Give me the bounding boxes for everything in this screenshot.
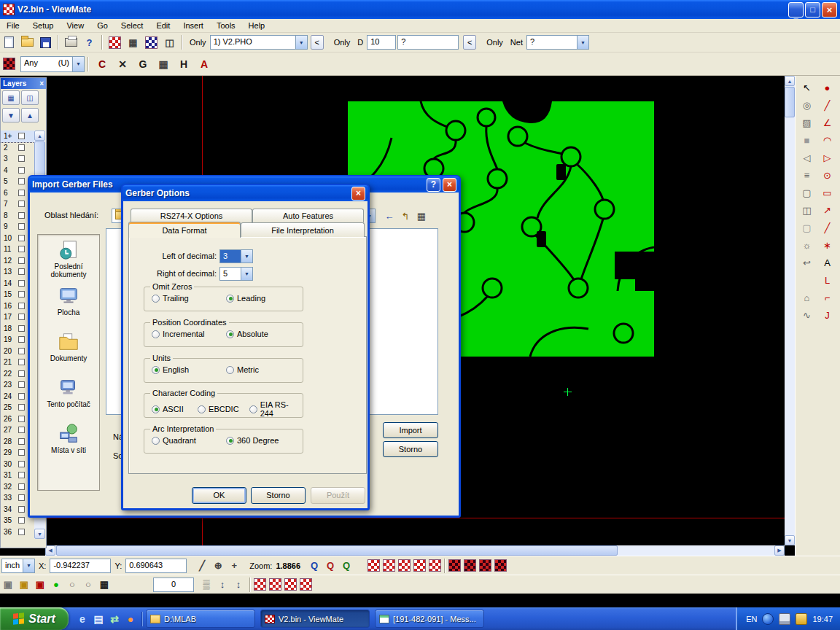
ok-button[interactable]: OK (192, 487, 246, 504)
ready-indicator-icon[interactable]: ● (48, 577, 64, 593)
probe-a-icon[interactable]: ○ (64, 577, 80, 593)
prev-layer-button[interactable]: < (311, 35, 324, 50)
radio-trailing[interactable]: Trailing (152, 294, 216, 303)
layers-scroll-up-button[interactable]: ▲ (34, 131, 45, 141)
layers-close-icon[interactable]: × (39, 79, 44, 88)
j-tool-icon[interactable]: J (817, 306, 837, 324)
layer-color-box[interactable] (18, 133, 25, 139)
browser-icon[interactable]: ● (123, 612, 138, 626)
c-aperture-button[interactable]: C (93, 55, 112, 74)
layer-color-box[interactable] (18, 370, 25, 377)
tab-auto-features[interactable]: Auto Features (252, 209, 364, 222)
radio-ebcdic[interactable]: EBCDIC (198, 405, 239, 413)
minimize-button[interactable]: _ (788, 2, 804, 18)
aperture-pattern-icon[interactable] (383, 559, 395, 572)
aperture-pattern-icon[interactable] (368, 559, 380, 572)
close-icon[interactable]: × (351, 187, 365, 201)
menu-tools[interactable]: Tools (210, 19, 242, 32)
layer-color-box[interactable] (18, 167, 25, 174)
zoom-in-icon[interactable]: Q (306, 558, 322, 574)
menu-setup[interactable]: Setup (26, 19, 61, 32)
tab-data-format[interactable]: Data Format (128, 222, 241, 238)
diagonal-measure-icon[interactable]: ╱ (194, 558, 210, 574)
home-icon[interactable]: ⌂ (797, 289, 817, 306)
layer-color-box[interactable] (18, 529, 25, 535)
circle-icon[interactable]: ⊙ (817, 166, 837, 184)
radio-360-degree[interactable]: 360 Degree (226, 436, 279, 445)
layers-scroll-down-button[interactable]: ▼ (34, 529, 45, 539)
layer-up-icon[interactable]: ▲ (21, 108, 39, 122)
window-titlebar[interactable]: V2.bin - ViewMate _ □ × (0, 0, 840, 19)
place-recent-documents[interactable]: Poslední dokumenty (38, 239, 99, 285)
aperture-pattern-icon[interactable] (1, 55, 18, 72)
layer-color-box[interactable] (18, 314, 25, 320)
filled-pad-icon[interactable]: ■ (797, 131, 817, 149)
mirror-icon[interactable]: ◁ (797, 149, 817, 166)
draw-line-icon[interactable]: ╱ (817, 96, 837, 114)
layer-color-box[interactable] (18, 427, 25, 433)
cancel-button[interactable]: Storno (251, 487, 306, 504)
task-button-d-mlab[interactable]: D:\MLAB (146, 610, 255, 628)
menu-file[interactable]: File (0, 19, 26, 32)
layer-select-combo[interactable]: 1) V2.PHO ▼ (210, 35, 308, 50)
film-box-icon[interactable] (106, 34, 123, 51)
ie-icon[interactable]: e (75, 612, 90, 626)
rectangle-icon[interactable]: ▭ (817, 184, 837, 201)
place-desktop[interactable]: Plocha (38, 285, 99, 331)
open-file-icon[interactable] (19, 34, 36, 51)
layer-color-box[interactable] (18, 246, 25, 252)
import-cancel-button[interactable]: Storno (383, 441, 438, 457)
layer-color-box[interactable] (18, 336, 25, 343)
blank-icon[interactable] (817, 324, 837, 341)
layer-state-icon[interactable]: ▣ (0, 577, 16, 593)
layer-color-box[interactable] (18, 393, 25, 400)
vector-icon[interactable]: ↗ (817, 201, 837, 219)
layer-color-box[interactable] (18, 257, 25, 264)
layer-row[interactable]: 3 (1, 153, 34, 165)
h-spacing-button[interactable]: H (174, 55, 193, 74)
menu-select[interactable]: Select (114, 19, 150, 32)
horizontal-scroll-thumb[interactable] (56, 545, 618, 556)
layer-down-icon[interactable]: ▼ (2, 108, 20, 122)
aperture-pattern-icon[interactable] (269, 578, 281, 591)
back-icon[interactable]: ← (381, 208, 397, 224)
chevron-down-icon[interactable]: ▼ (295, 36, 307, 49)
layer-row[interactable]: 1+ (1, 131, 34, 142)
select-net-icon[interactable]: ▦ (125, 34, 141, 51)
gerber-dialog-titlebar[interactable]: Gerber Options × (122, 185, 368, 201)
explode-aperture-button[interactable]: ✕ (113, 55, 132, 74)
layer-color-box[interactable] (18, 404, 25, 411)
snap-anchor-icon[interactable]: ↕ (230, 577, 246, 593)
menu-help[interactable]: Help (242, 19, 272, 32)
layer-color-box[interactable] (18, 178, 25, 184)
layer-color-box[interactable] (18, 280, 25, 287)
update-tray-icon[interactable] (796, 613, 807, 625)
layer-color-box[interactable] (18, 506, 25, 513)
place-network[interactable]: Místa v síti (38, 423, 99, 469)
aperture-pattern-icon[interactable] (284, 578, 297, 591)
layer-color-box[interactable] (18, 449, 25, 456)
only-dcode-label[interactable]: Only (334, 38, 351, 47)
arc-icon[interactable]: ◠ (817, 131, 837, 149)
unit-combo[interactable]: inch ▼ (1, 559, 35, 573)
point-icon[interactable]: ● (817, 79, 837, 96)
layer-color-box[interactable] (18, 201, 25, 207)
grid-step-value[interactable]: 0 (153, 578, 194, 592)
layer-row[interactable]: 4 (1, 165, 34, 176)
aperture-pattern-icon[interactable] (494, 559, 507, 572)
scroll-left-button[interactable]: ◀ (45, 545, 55, 556)
aperture-filter-combo[interactable]: Any (U) ▼ (20, 56, 85, 72)
print-icon[interactable] (63, 34, 79, 51)
l-tool-icon[interactable]: L (817, 271, 837, 289)
vertical-scroll-thumb[interactable] (785, 87, 795, 117)
origin-icon[interactable]: ⊕ (210, 558, 226, 574)
aperture-pattern-icon[interactable] (464, 559, 476, 572)
layer-color-box[interactable] (18, 381, 25, 388)
chevron-down-icon[interactable]: ▼ (23, 559, 34, 572)
net-select-combo[interactable]: ? ▼ (526, 35, 589, 50)
scroll-down-button[interactable]: ▼ (785, 535, 795, 545)
radio-quadrant[interactable]: Quadrant (152, 436, 216, 445)
layer-color-box[interactable] (18, 212, 25, 219)
wave-icon[interactable]: ∿ (797, 306, 817, 324)
task-button-191-482-091-mess[interactable]: [191-482-091] - Mess... (375, 610, 484, 628)
